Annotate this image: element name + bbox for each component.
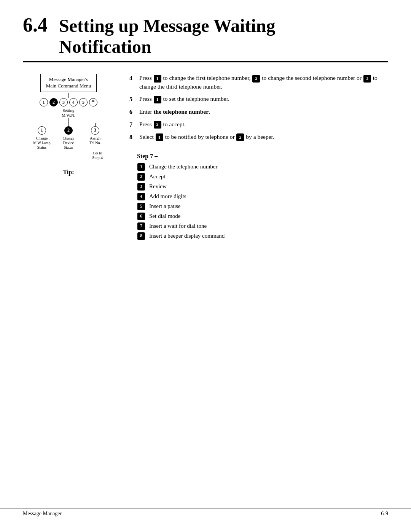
key-asterisk: * <box>89 98 97 106</box>
page-footer: Message Manager 6-9 <box>0 508 411 517</box>
tip-badge-8: 8 <box>137 232 145 240</box>
step-5-text: Press 1 to set the telephone number. <box>139 95 388 103</box>
section-title: Setting up Message Waiting Notification <box>59 15 276 57</box>
tip-badge-6: 6 <box>137 213 145 220</box>
tip-badge-7: 7 <box>137 222 145 230</box>
tip-text-4: Add more digits <box>149 192 186 200</box>
tip-item-5: 5 Insert a pause <box>137 202 388 210</box>
diagram-area: Message Manager's Main Command Menu 1 2 … <box>23 74 114 175</box>
connector-line <box>68 93 69 98</box>
step-5-num: 5 <box>129 95 135 103</box>
vert-2 <box>68 123 69 126</box>
footer-right: 6-9 <box>381 511 388 517</box>
tip-item-7: 7 Insert a wait for dial tone <box>137 222 388 230</box>
badge-2a: 2 <box>252 75 260 83</box>
badge-1b: 1 <box>154 96 161 103</box>
step-6-num: 6 <box>129 108 135 116</box>
header-rule <box>23 61 388 62</box>
footer-left: Message Manager <box>23 511 62 517</box>
tip-item-2: 2 Accept <box>137 173 388 181</box>
connector-line-2 <box>68 118 69 123</box>
instructions: 4 Press 1 to change the first telephone … <box>129 74 388 242</box>
badge-2c: 2 <box>236 133 244 141</box>
branch-label-3: AssignTel No. <box>89 136 101 145</box>
step-list: 4 Press 1 to change the first telephone … <box>129 74 388 141</box>
step-6: 6 Enter the telephone number. <box>129 108 388 116</box>
branch-label-2: ChangeDeviceStatus <box>63 136 75 150</box>
branch-1: 1 ChangeM.W.LampStatus <box>30 123 53 150</box>
content-area: Message Manager's Main Command Menu 1 2 … <box>23 74 388 242</box>
branch-key-1: 1 <box>38 126 46 135</box>
tip-text-8: Insert a beeper display command <box>149 232 225 240</box>
step-8: 8 Select 1 to be notified by telephone o… <box>129 133 388 141</box>
tip-badge-4: 4 <box>137 193 145 200</box>
key-5: 5 <box>79 98 88 106</box>
badge-1a: 1 <box>154 75 161 83</box>
tip-item-6: 6 Set dial mode <box>137 212 388 220</box>
section-number: 6.4 <box>23 15 48 35</box>
key-1: 1 <box>40 98 48 106</box>
branch-2: 2 ChangeDeviceStatus <box>57 123 80 150</box>
key-2: 2 <box>49 98 58 106</box>
tip-item-4: 4 Add more digits <box>137 192 388 200</box>
tip-badge-3: 3 <box>137 183 145 191</box>
tip-badge-1: 1 <box>137 163 145 171</box>
tip-text-6: Set dial mode <box>149 212 181 220</box>
page-header: 6.4 Setting up Message Waiting Notificat… <box>23 15 388 57</box>
step-4-text: Press 1 to change the first telephone nu… <box>139 74 388 91</box>
step-8-num: 8 <box>129 133 135 141</box>
vert-1 <box>42 123 42 126</box>
main-number-row: 1 2 3 4 5 * <box>40 98 97 106</box>
step-7-text: Press 2 to accept. <box>139 120 388 129</box>
key-4: 4 <box>69 98 78 106</box>
step-7-num: 7 <box>129 120 135 129</box>
step-6-bold: the telephone number <box>153 108 209 115</box>
branch-3: 3 AssignTel No. <box>84 123 107 150</box>
step-4-num: 4 <box>129 74 135 91</box>
tip-section: Step 7 – 1 Change the telephone number 2… <box>137 153 388 240</box>
tip-text-3: Review <box>149 183 167 191</box>
three-branches: 1 ChangeM.W.LampStatus 2 ChangeDeviceSta… <box>30 123 107 150</box>
step-4: 4 Press 1 to change the first telephone … <box>129 74 388 91</box>
menu-box: Message Manager's Main Command Menu <box>40 74 97 92</box>
tip-item-8: 8 Insert a beeper display command <box>137 232 388 240</box>
setting-label: SettingM.W.N. <box>62 108 75 118</box>
tip-text-5: Insert a pause <box>149 202 180 210</box>
branch-key-3: 3 <box>91 126 99 135</box>
step-8-text: Select 1 to be notified by telephone or … <box>139 133 388 141</box>
step-5: 5 Press 1 to set the telephone number. <box>129 95 388 103</box>
key-3: 3 <box>59 98 68 106</box>
tip-item-1: 1 Change the telephone number <box>137 163 388 171</box>
tip-text-7: Insert a wait for dial tone <box>149 222 207 230</box>
step-7: 7 Press 2 to accept. <box>129 120 388 129</box>
tip-text-2: Accept <box>149 173 165 181</box>
tip-badge-5: 5 <box>137 203 145 210</box>
tip-item-3: 3 Review <box>137 183 388 191</box>
badge-2b: 2 <box>154 121 161 129</box>
tip-label: Tip: <box>63 169 74 176</box>
tip-badge-2: 2 <box>137 173 145 181</box>
vert-3 <box>95 123 96 126</box>
tip-text-1: Change the telephone number <box>149 163 218 171</box>
tip-step-header: Step 7 – <box>137 153 388 160</box>
branch-key-2: 2 <box>64 126 73 135</box>
branch-label-1: ChangeM.W.LampStatus <box>33 136 51 150</box>
goto-label: Go toStep 4 <box>92 151 103 160</box>
badge-3a: 3 <box>363 75 371 83</box>
step-6-text: Enter the telephone number. <box>139 108 388 116</box>
badge-1c: 1 <box>156 133 163 141</box>
